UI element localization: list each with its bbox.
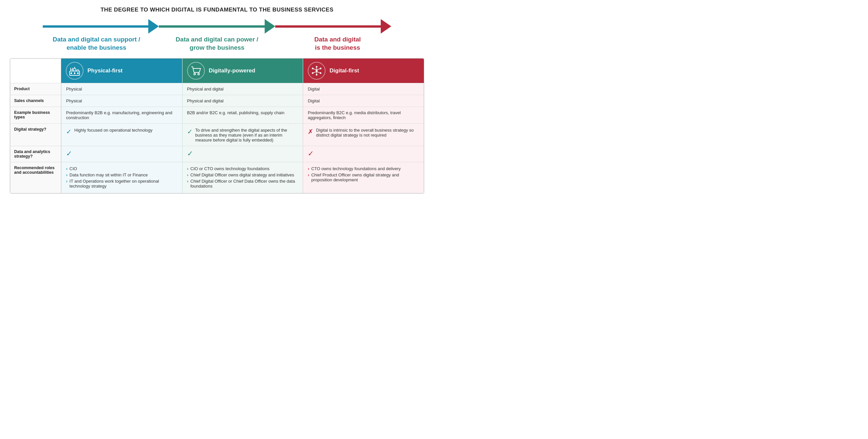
- role-text: Data function may sit within IT or Finan…: [69, 172, 148, 177]
- arrow-label-blue: Data and digital can support / enable th…: [36, 35, 157, 52]
- check-analytics-red: ✓: [308, 149, 314, 158]
- label-business-types: Example business types: [10, 107, 61, 123]
- role-text: CTO owns technology foundations and deli…: [311, 166, 401, 171]
- cell-digital-strategy-red-text: Digital is intrinsic to the overall busi…: [316, 128, 419, 138]
- svg-point-14: [312, 72, 314, 74]
- svg-line-21: [317, 69, 320, 70]
- svg-point-17: [316, 66, 318, 68]
- arrow-label-teal: Data and digital can power / grow the bu…: [157, 35, 278, 52]
- header-empty: [10, 59, 61, 83]
- label-sales-channels: Sales channels: [10, 95, 61, 107]
- cell-digital-strategy-teal: ✓ To drive and strengthen the digital as…: [182, 123, 303, 146]
- check-icon-blue: ✓: [66, 128, 72, 136]
- arrow-segment-blue-line: [43, 25, 148, 28]
- icon-physical-first: [66, 62, 84, 80]
- header-physical-first: Physical-first: [61, 59, 182, 83]
- cell-digital-strategy-red: ✗ Digital is intrinsic to the overall bu…: [303, 123, 424, 146]
- role-arrow-icon: ›: [66, 166, 67, 171]
- label-analytics-strategy: Data and analytics strategy?: [10, 146, 61, 162]
- arrow-segment-blue-head: [148, 19, 159, 34]
- svg-point-18: [316, 74, 318, 76]
- label-product: Product: [10, 83, 61, 95]
- role-text: CIO: [69, 166, 77, 171]
- cell-roles-teal: › CIO or CTO owns technology foundations…: [182, 162, 303, 193]
- role-arrow-icon: ›: [308, 172, 309, 177]
- role-text: CIO or CTO owns technology foundations: [190, 166, 269, 171]
- svg-point-10: [194, 74, 195, 75]
- main-table: Physical-first Digitally-powered: [10, 58, 424, 194]
- role-item: › Chief Product Officer owns digital str…: [308, 172, 419, 182]
- svg-point-11: [197, 74, 199, 75]
- svg-rect-6: [77, 72, 79, 74]
- svg-rect-2: [74, 68, 75, 71]
- svg-point-16: [320, 72, 321, 74]
- label-roles: Recommended roles and accountabilities: [10, 162, 61, 193]
- svg-point-13: [312, 68, 314, 69]
- role-list-blue: › CIO › Data function may sit within IT …: [66, 166, 178, 190]
- arrow-segment-red-line: [275, 25, 381, 28]
- check-analytics-teal: ✓: [187, 149, 193, 158]
- cell-business-blue: Predominantly B2B e.g. manufacturing, en…: [61, 107, 182, 123]
- role-item: › CTO owns technology foundations and de…: [308, 166, 419, 171]
- table-grid: Physical-first Digitally-powered: [10, 59, 424, 193]
- icon-digital-first: [308, 62, 326, 80]
- role-text: Chief Digital Officer or Chief Data Offi…: [190, 179, 298, 188]
- role-text: IT and Operations work together on opera…: [69, 179, 177, 188]
- label-digital-strategy: Digital strategy?: [10, 123, 61, 146]
- role-item: › CIO or CTO owns technology foundations: [187, 166, 299, 171]
- role-text: Chief Digital Officer owns digital strat…: [190, 172, 294, 177]
- svg-rect-3: [76, 70, 79, 71]
- cell-roles-red: › CTO owns technology foundations and de…: [303, 162, 424, 193]
- header-digitally-powered-label: Digitally-powered: [209, 67, 255, 74]
- cell-product-blue: Physical: [61, 83, 182, 95]
- page-title: THE DEGREE TO WHICH DIGITAL IS FUNDAMENT…: [10, 7, 424, 13]
- arrow-segment-teal-head: [265, 19, 275, 34]
- cell-product-red: Digital: [303, 83, 424, 95]
- check-icon-teal: ✓: [187, 128, 193, 136]
- role-text: Chief Product Officer owns digital strat…: [311, 172, 419, 182]
- cross-icon-red: ✗: [308, 128, 313, 136]
- svg-line-20: [313, 72, 317, 73]
- cell-analytics-teal: ✓: [182, 146, 303, 162]
- svg-point-12: [316, 70, 318, 72]
- role-arrow-icon: ›: [187, 179, 188, 184]
- arrow-segment-red-head: [381, 19, 391, 34]
- arrow-labels: Data and digital can support / enable th…: [36, 35, 398, 52]
- role-arrow-icon: ›: [308, 166, 309, 171]
- cell-product-teal: Physical and digital: [182, 83, 303, 95]
- cell-sales-red: Digital: [303, 95, 424, 107]
- cell-digital-strategy-blue: ✓ Highly focused on operational technolo…: [61, 123, 182, 146]
- role-arrow-icon: ›: [66, 179, 67, 184]
- svg-point-15: [320, 68, 321, 69]
- header-digital-first: Digital-first: [303, 59, 424, 83]
- header-digitally-powered: Digitally-powered: [182, 59, 303, 83]
- role-item: › Chief Digital Officer owns digital str…: [187, 172, 299, 177]
- role-item: › Data function may sit within IT or Fin…: [66, 172, 178, 177]
- svg-rect-1: [71, 70, 73, 71]
- full-arrow: [43, 19, 391, 34]
- icon-digitally-powered: [187, 62, 205, 80]
- svg-rect-5: [74, 72, 75, 74]
- cell-business-teal: B2B and/or B2C e.g. retail, publishing, …: [182, 107, 303, 123]
- svg-line-19: [313, 69, 317, 70]
- role-arrow-icon: ›: [187, 166, 188, 171]
- svg-line-22: [317, 72, 320, 73]
- cell-analytics-red: ✓: [303, 146, 424, 162]
- svg-rect-4: [71, 72, 72, 74]
- header-physical-first-label: Physical-first: [88, 67, 123, 74]
- arrow-label-red: Data and digital is the business: [277, 35, 398, 52]
- arrow-container: [10, 19, 424, 34]
- role-item: › CIO: [66, 166, 178, 171]
- role-list-red: › CTO owns technology foundations and de…: [308, 166, 419, 184]
- cell-roles-blue: › CIO › Data function may sit within IT …: [61, 162, 182, 193]
- cell-sales-teal: Physical and digital: [182, 95, 303, 107]
- role-arrow-icon: ›: [187, 172, 188, 177]
- role-arrow-icon: ›: [66, 172, 67, 177]
- header-digital-first-label: Digital-first: [330, 67, 359, 74]
- role-list-teal: › CIO or CTO owns technology foundations…: [187, 166, 299, 190]
- role-item: › Chief Digital Officer or Chief Data Of…: [187, 179, 299, 188]
- arrow-segment-teal-line: [159, 25, 265, 28]
- cell-sales-blue: Physical: [61, 95, 182, 107]
- cell-digital-strategy-teal-text: To drive and strengthen the digital aspe…: [195, 128, 299, 143]
- role-item: › IT and Operations work together on ope…: [66, 179, 178, 188]
